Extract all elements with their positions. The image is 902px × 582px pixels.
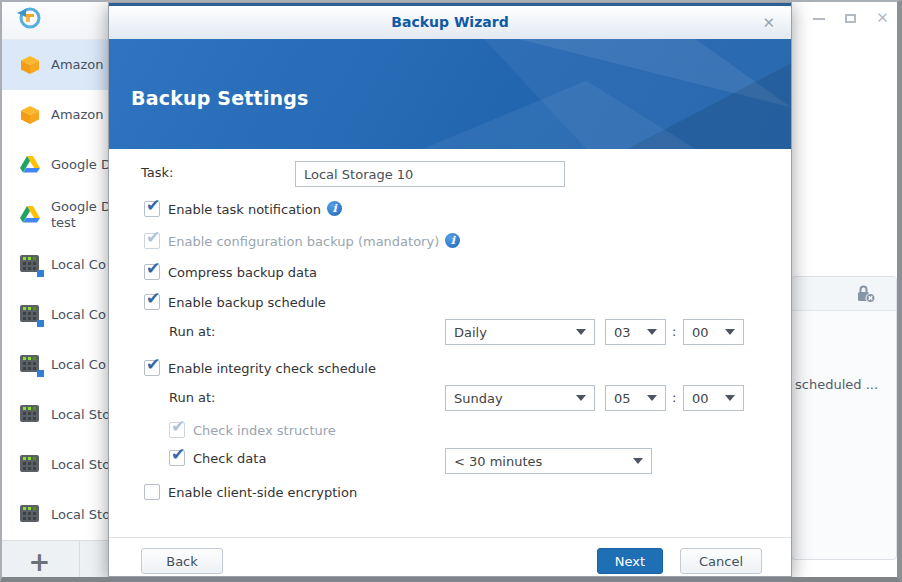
maximize-icon[interactable] bbox=[843, 11, 858, 26]
task-item-label: Local Sto bbox=[51, 507, 108, 523]
task-item-label: Local Co bbox=[51, 257, 106, 273]
backup-run-at-label: Run at: bbox=[169, 324, 216, 339]
checkbox-task-notification[interactable]: ✔ bbox=[144, 201, 160, 217]
task-item-amazon-1[interactable]: Amazon bbox=[0, 40, 108, 90]
checkbox-compress[interactable]: ✔ bbox=[144, 264, 160, 280]
local-server-icon bbox=[20, 405, 42, 425]
copy-badge bbox=[37, 320, 44, 327]
cancel-button[interactable]: Cancel bbox=[680, 548, 762, 574]
chevron-down-icon bbox=[647, 395, 657, 401]
panel-header bbox=[792, 277, 896, 311]
local-server-badge-icon bbox=[20, 355, 42, 375]
row-config-backup: ✔ Enable configuration backup (mandatory… bbox=[144, 233, 460, 250]
copy-badge bbox=[37, 270, 44, 277]
integrity-frequency-select[interactable]: Sunday bbox=[445, 385, 595, 411]
task-sidebar: Amazon Amazon Google D Google D bbox=[0, 0, 108, 582]
task-item-local-copy-3[interactable]: Local Co bbox=[0, 340, 108, 390]
next-button[interactable]: Next bbox=[597, 548, 663, 574]
back-button[interactable]: Back bbox=[141, 548, 223, 574]
sidebar-logo-bar bbox=[0, 0, 108, 40]
task-item-google-drive-1[interactable]: Google D bbox=[0, 140, 108, 190]
backup-wizard-dialog: Backup Wizard ✕ Backup Settings Task: ✔ … bbox=[108, 2, 792, 577]
dialog-header-banner: Backup Settings bbox=[109, 39, 791, 149]
screen: Amazon Amazon Google D Google D bbox=[0, 0, 902, 582]
copy-badge bbox=[37, 370, 44, 377]
integrity-minute-select[interactable]: 00 bbox=[683, 385, 744, 411]
task-label: Task: bbox=[141, 165, 173, 180]
integrity-run-at-label: Run at: bbox=[169, 390, 216, 405]
row-integrity-schedule: ✔ Enable integrity check schedule bbox=[144, 360, 376, 377]
task-item-label: Google D bbox=[51, 157, 108, 173]
backup-task-list: Amazon Amazon Google D Google D bbox=[0, 40, 108, 540]
task-detail-panel: scheduled ... bbox=[791, 276, 897, 560]
check-data-duration-select[interactable]: < 30 minutes bbox=[445, 448, 652, 474]
dialog-title: Backup Wizard bbox=[109, 14, 791, 30]
row-client-encryption: Enable client-side encryption bbox=[144, 484, 357, 501]
row-check-data: ✔ Check data bbox=[169, 450, 266, 467]
task-item-local-storage-2[interactable]: Local Sto bbox=[0, 440, 108, 490]
task-item-amazon-2[interactable]: Amazon bbox=[0, 90, 108, 140]
window-close-icon[interactable]: ✕ bbox=[875, 11, 890, 26]
backup-hour-select[interactable]: 03 bbox=[605, 319, 666, 345]
sidebar-toolbar: + bbox=[0, 540, 108, 582]
task-item-local-storage-1[interactable]: Local Sto bbox=[0, 390, 108, 440]
time-separator: : bbox=[672, 324, 676, 339]
checkbox-check-data[interactable]: ✔ bbox=[169, 450, 185, 466]
footer-divider bbox=[109, 537, 791, 538]
chevron-down-icon bbox=[725, 395, 735, 401]
local-server-badge-icon bbox=[20, 255, 42, 275]
google-drive-icon bbox=[20, 205, 42, 225]
time-separator: : bbox=[672, 390, 676, 405]
task-item-label: Local Co bbox=[51, 357, 106, 373]
chevron-down-icon bbox=[633, 458, 643, 464]
google-drive-icon bbox=[20, 155, 42, 175]
row-backup-schedule: ✔ Enable backup schedule bbox=[144, 294, 326, 311]
backup-minute-select[interactable]: 00 bbox=[683, 319, 744, 345]
integrity-hour-select[interactable]: 05 bbox=[605, 385, 666, 411]
window-controls: ✕ bbox=[811, 11, 890, 26]
lock-remove-icon[interactable] bbox=[856, 285, 876, 306]
task-name-input[interactable] bbox=[295, 161, 565, 187]
task-item-label: Amazon bbox=[51, 57, 104, 73]
info-icon[interactable]: i bbox=[445, 233, 460, 248]
row-compress: ✔ Compress backup data bbox=[144, 264, 317, 281]
task-item-google-drive-test[interactable]: Google D test bbox=[0, 190, 108, 240]
task-item-label: Local Co bbox=[51, 307, 106, 323]
task-item-label: Amazon bbox=[51, 107, 104, 123]
info-icon[interactable]: i bbox=[327, 201, 342, 216]
task-item-label: Google D test bbox=[51, 199, 108, 231]
row-task-notification: ✔ Enable task notification i bbox=[144, 201, 342, 218]
row-check-index: ✔ Check index structure bbox=[169, 422, 336, 439]
task-item-label: Local Sto bbox=[51, 407, 108, 423]
checkbox-check-index: ✔ bbox=[169, 422, 185, 438]
dialog-titlebar[interactable]: Backup Wizard ✕ bbox=[109, 6, 791, 39]
local-server-icon bbox=[20, 505, 42, 525]
checkbox-client-encryption[interactable] bbox=[144, 484, 160, 500]
panel-text-snippet: scheduled ... bbox=[795, 377, 878, 392]
task-item-local-copy-1[interactable]: Local Co bbox=[0, 240, 108, 290]
amazon-cube-icon bbox=[20, 105, 42, 125]
task-item-local-storage-3[interactable]: Local Sto bbox=[0, 490, 108, 540]
checkbox-backup-schedule[interactable]: ✔ bbox=[144, 294, 160, 310]
task-item-label: Local Sto bbox=[51, 457, 108, 473]
page-title: Backup Settings bbox=[131, 87, 309, 109]
backup-frequency-select[interactable]: Daily bbox=[445, 319, 595, 345]
dialog-close-icon[interactable]: ✕ bbox=[762, 14, 775, 32]
chevron-down-icon bbox=[576, 329, 586, 335]
local-server-badge-icon bbox=[20, 305, 42, 325]
checkbox-integrity-schedule[interactable]: ✔ bbox=[144, 360, 160, 376]
chevron-down-icon bbox=[576, 395, 586, 401]
checkbox-config-backup: ✔ bbox=[144, 233, 160, 249]
hyper-backup-logo-icon bbox=[16, 5, 42, 34]
add-task-button[interactable]: + bbox=[0, 541, 80, 582]
task-item-local-copy-2[interactable]: Local Co bbox=[0, 290, 108, 340]
chevron-down-icon bbox=[647, 329, 657, 335]
local-server-icon bbox=[20, 455, 42, 475]
chevron-down-icon bbox=[725, 329, 735, 335]
minimize-icon[interactable] bbox=[811, 11, 826, 26]
amazon-cube-icon bbox=[20, 55, 42, 75]
